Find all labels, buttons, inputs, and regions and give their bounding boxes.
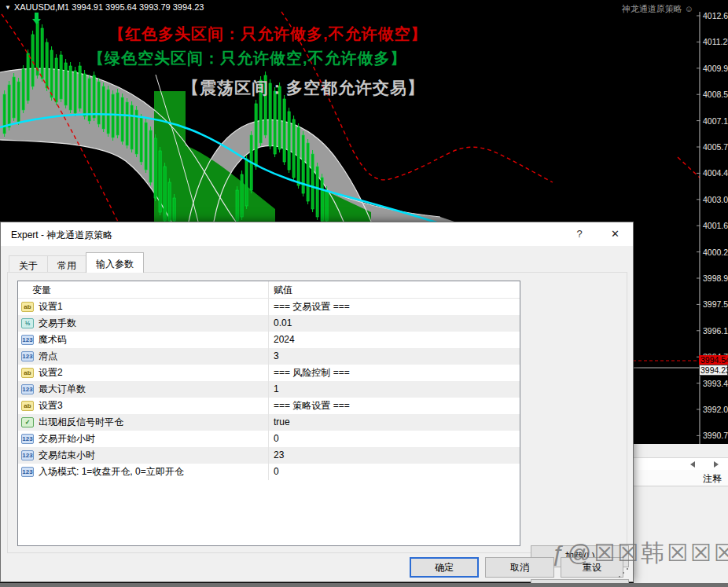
horizontal-scrollbar[interactable] [634,457,728,470]
symbol-ohlc-bar: ▼XAUUSDd,M1 3994.91 3995.64 3993.79 3994… [5,2,204,12]
param-value-cell[interactable]: 0.01 [268,315,520,332]
ab-type-icon: ab [21,368,34,378]
resize-grip[interactable] [619,568,628,578]
param-name-cell: ab设置1 [18,299,268,315]
param-value-cell[interactable]: === 风险控制 === [268,365,520,381]
param-name-cell: ab设置2 [18,365,268,381]
tab-page-inputs: 变量 赋值 ab设置1=== 交易设置 ===½交易手数0.01123魔术码20… [7,272,627,553]
tab-common[interactable]: 常用 [47,255,86,273]
reset-button[interactable]: 重设 [561,557,623,578]
param-row[interactable]: ab设置1=== 交易设置 === [18,299,520,315]
param-row[interactable]: 123魔术码2024 [18,332,520,348]
tab-inputs[interactable]: 输入参数 [86,252,144,273]
param-row[interactable]: 123交易开始小时0 [18,431,520,447]
param-row[interactable]: ½交易手数0.01 [18,315,520,332]
param-row[interactable]: 123交易结束小时23 [18,447,520,464]
param-name-cell: 123交易结束小时 [18,447,268,464]
ok-button[interactable]: 确定 [410,557,479,578]
param-value-cell[interactable]: === 交易设置 === [268,299,520,315]
annotation-bear-zone: 【绿色空头区间：只允许做空,不允许做多】 [88,48,407,69]
scroll-left-icon[interactable] [690,461,695,468]
cancel-button[interactable]: 取消 [485,557,554,578]
window-bottom-edge [0,583,728,587]
dialog-titlebar[interactable]: Expert - 神龙通道原策略 ? ✕ [1,222,633,246]
chart-expand-icon: ▼ [5,4,11,11]
annotation-range-zone: 【震荡区间：多空都允许交易】 [182,77,425,99]
scroll-right-icon[interactable] [714,461,719,468]
123-type-icon: 123 [21,351,34,361]
ab-type-icon: ab [21,401,34,411]
parameters-table[interactable]: 变量 赋值 ab设置1=== 交易设置 ===½交易手数0.01123魔术码20… [17,281,520,546]
param-name: 设置1 [39,299,63,315]
param-value-cell[interactable]: 2024 [268,332,520,348]
param-name: 出现相反信号时平仓 [39,414,123,431]
123-type-icon: 123 [21,467,34,477]
param-name: 滑点 [39,348,57,365]
param-value-cell[interactable]: 1 [268,381,520,398]
param-name: 设置2 [39,365,63,381]
param-name-cell: 123滑点 [18,348,268,365]
123-type-icon: 123 [21,450,34,460]
123-type-icon: 123 [21,335,34,345]
param-table-body: ab设置1=== 交易设置 ===½交易手数0.01123魔术码2024123滑… [18,299,520,480]
bool-type-icon: ✓ [21,417,34,427]
param-name: 魔术码 [39,332,67,348]
help-button[interactable]: ? [564,222,595,246]
column-header-value: 赋值 [268,281,520,298]
half-type-icon: ½ [21,318,34,328]
annotation-bull-zone: 【红色多头区间：只允许做多,不允许做空】 [108,24,428,45]
ea-smiley-icon: ☺ [685,4,693,13]
ab-type-icon: ab [21,302,34,312]
param-row[interactable]: 123最大订单数1 [18,381,520,398]
123-type-icon: 123 [21,434,34,444]
param-name-cell: ✓出现相反信号时平仓 [18,414,268,431]
param-name: 交易开始小时 [39,431,95,447]
comment-column-header: 注释 [634,470,728,486]
dialog-tabstrip: 关于 常用 输入参数 [9,254,143,273]
param-name-cell: 123最大订单数 [18,381,268,398]
param-row[interactable]: 123滑点3 [18,348,520,365]
terminal-panel: 注释 [634,444,728,587]
param-name: 交易手数 [39,315,76,332]
param-name-cell: ab设置3 [18,398,268,414]
bid-price-badge: 3994.23 [699,365,728,376]
param-row[interactable]: ab设置2=== 风险控制 === [18,365,520,381]
expert-settings-dialog: Expert - 神龙通道原策略 ? ✕ 关于 常用 输入参数 变量 赋值 ab… [0,222,634,582]
param-value-cell[interactable]: true [268,414,520,431]
param-row[interactable]: ✓出现相反信号时平仓true [18,414,520,431]
param-name: 最大订单数 [39,381,86,398]
param-name-cell: 123入场模式: 1=收盘开仓, 0=立即开仓 [18,464,268,480]
param-name-cell: ½交易手数 [18,315,268,332]
param-value-cell[interactable]: 3 [268,348,520,365]
123-type-icon: 123 [21,384,34,394]
param-name: 入场模式: 1=收盘开仓, 0=立即开仓 [39,464,184,480]
param-row[interactable]: ab设置3=== 策略设置 === [18,398,520,414]
param-value-cell[interactable]: 0 [268,464,520,480]
column-header-variable: 变量 [18,281,268,298]
close-icon[interactable]: ✕ [597,222,633,246]
param-row[interactable]: 123入场模式: 1=收盘开仓, 0=立即开仓0 [18,464,520,480]
param-value-cell[interactable]: 0 [268,431,520,447]
param-name-cell: 123交易开始小时 [18,431,268,447]
param-name-cell: 123魔术码 [18,332,268,348]
param-name: 设置3 [39,398,63,414]
param-value-cell[interactable]: 23 [268,447,520,464]
param-name: 交易结束小时 [39,447,95,464]
dialog-title: Expert - 神龙通道原策略 [11,229,112,242]
tab-about[interactable]: 关于 [9,255,48,273]
param-value-cell[interactable]: === 策略设置 === [268,398,520,414]
ea-name-label: 神龙通道原策略 ☺ [622,3,693,15]
table-header-row: 变量 赋值 [18,281,520,299]
